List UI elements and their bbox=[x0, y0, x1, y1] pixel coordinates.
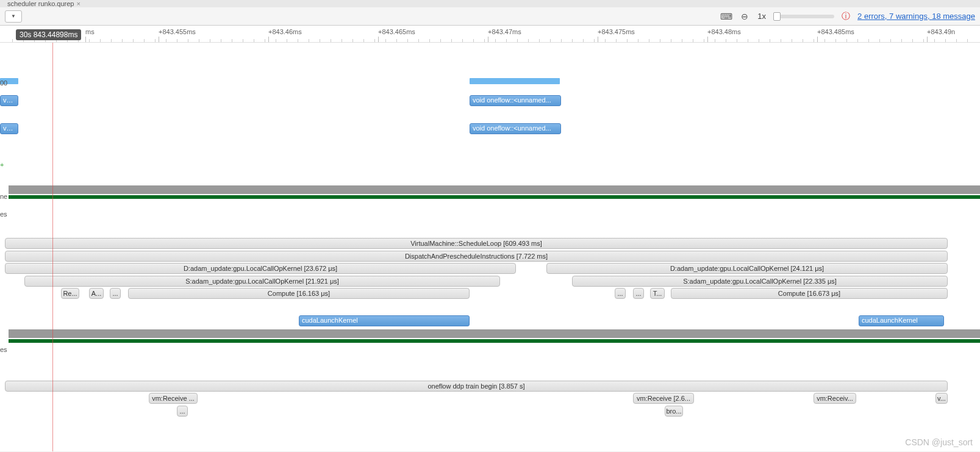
timeline-event[interactable]: S:adam_update:gpu.LocalCallOpKernel [21.… bbox=[24, 276, 500, 287]
timeline-event[interactable]: bro... bbox=[665, 406, 683, 417]
status-link[interactable]: 2 errors, 7 warnings, 18 message bbox=[857, 12, 975, 21]
timeline-event[interactable]: vm:Receive [2.6... bbox=[633, 393, 694, 404]
dropdown-button[interactable]: ▼ bbox=[5, 10, 22, 23]
close-icon[interactable]: × bbox=[76, 0, 80, 7]
time-tooltip: 30s 843.44898ms bbox=[16, 29, 81, 40]
timeline-event[interactable]: voi... bbox=[0, 95, 18, 106]
error-icon: ⓘ bbox=[842, 11, 850, 22]
timeline-event[interactable]: voi... bbox=[0, 123, 18, 134]
timeline-event[interactable]: ... bbox=[177, 406, 188, 417]
timeline-event[interactable]: vm:Receive ... bbox=[149, 393, 198, 404]
timeline-event[interactable]: Re... bbox=[61, 288, 79, 299]
timeline-event[interactable]: cudaLaunchKernel bbox=[299, 315, 470, 326]
timeline-event[interactable]: void oneflow::<unnamed... bbox=[470, 95, 561, 106]
timeline-event[interactable]: void oneflow::<unnamed... bbox=[470, 123, 561, 134]
separator-bar bbox=[9, 329, 980, 338]
timeline-event[interactable]: D:adam_update:gpu.LocalCallOpKernel [23.… bbox=[5, 263, 516, 274]
ruler-tick: ms bbox=[85, 26, 95, 42]
thread-bar bbox=[9, 339, 980, 343]
timeline-event[interactable]: Compute [16.673 μs] bbox=[671, 288, 948, 299]
timeline-event[interactable]: ... bbox=[615, 288, 626, 299]
time-ruler[interactable]: ms+843.455ms+843.46ms+843.465ms+843.47ms… bbox=[0, 26, 980, 43]
timeline-event[interactable]: v... bbox=[935, 393, 948, 404]
add-track-icon[interactable]: + bbox=[0, 161, 4, 168]
keyboard-icon[interactable]: ⌨ bbox=[721, 11, 732, 22]
zoom-slider[interactable] bbox=[773, 15, 834, 18]
timeline-area[interactable]: voi...void oneflow::<unnamed...voi...voi… bbox=[0, 43, 980, 451]
ruler-tick: +843.49n bbox=[927, 26, 955, 42]
timeline-event[interactable]: S:adam_update:gpu.LocalCallOpKernel [22.… bbox=[572, 276, 948, 287]
timeline-event[interactable]: A... bbox=[89, 288, 104, 299]
toolbar: ▼ ⌨ ⊖ 1x ⓘ 2 errors, 7 warnings, 18 mess… bbox=[0, 7, 980, 26]
toolbar-right: ⌨ ⊖ 1x ⓘ 2 errors, 7 warnings, 18 messag… bbox=[721, 11, 975, 22]
file-tab[interactable]: scheduler runko.qurep × bbox=[2, 0, 85, 7]
timeline-event[interactable]: T... bbox=[650, 288, 665, 299]
row-label: es bbox=[0, 346, 979, 353]
row-label: ne bbox=[0, 193, 979, 200]
timeline-event[interactable]: vm:Receiv... bbox=[814, 393, 856, 404]
ruler-tick: +843.48ms bbox=[707, 26, 741, 42]
timeline-event[interactable]: ... bbox=[633, 288, 644, 299]
timeline-event[interactable]: Compute [16.163 μs] bbox=[128, 288, 470, 299]
timeline-event[interactable]: ... bbox=[110, 288, 121, 299]
row-label: es bbox=[0, 210, 979, 218]
zoom-out-icon[interactable]: ⊖ bbox=[739, 11, 750, 22]
timeline-event[interactable]: DispatchAndPrescheduleInstructions [7.72… bbox=[5, 251, 948, 262]
slider-thumb[interactable] bbox=[773, 12, 781, 21]
timeline-event[interactable]: VirtualMachine::ScheduleLoop [609.493 ms… bbox=[5, 238, 948, 249]
toolbar-left: ▼ bbox=[5, 10, 22, 23]
ruler-tick: +843.47ms bbox=[488, 26, 521, 42]
chevron-down-icon: ▼ bbox=[11, 13, 16, 19]
tab-bar: scheduler runko.qurep × bbox=[0, 0, 980, 7]
timeline-event[interactable]: D:adam_update:gpu.LocalCallOpKernel [24.… bbox=[546, 263, 948, 274]
timeline-event[interactable]: oneflow ddp train begin [3.857 s] bbox=[5, 381, 948, 392]
row-label: 00 bbox=[0, 79, 979, 87]
ruler-tick: +843.46ms bbox=[268, 26, 302, 42]
zoom-label: 1x bbox=[757, 12, 766, 21]
tab-title: scheduler runko.qurep bbox=[7, 0, 74, 7]
timeline-event[interactable]: cudaLaunchKernel bbox=[859, 315, 944, 326]
